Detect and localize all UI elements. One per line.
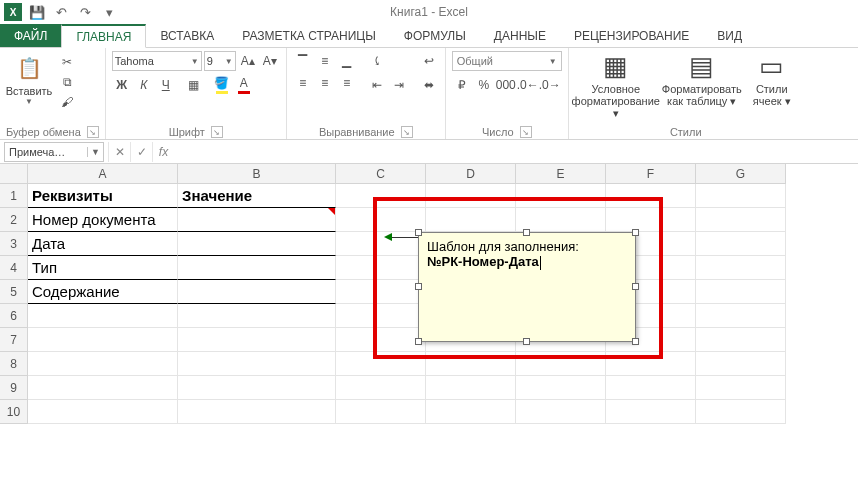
cell[interactable] <box>28 328 178 352</box>
row-header[interactable]: 3 <box>0 232 28 256</box>
underline-button[interactable]: Ч <box>156 75 176 95</box>
cell[interactable] <box>336 376 426 400</box>
comma-style-icon[interactable]: 000 <box>496 75 516 95</box>
format-painter-icon[interactable]: 🖌 <box>58 93 76 111</box>
currency-icon[interactable]: ₽ <box>452 75 472 95</box>
tab-insert[interactable]: ВСТАВКА <box>146 24 228 47</box>
cell-E1[interactable] <box>516 184 606 208</box>
cell-D1[interactable] <box>426 184 516 208</box>
cell[interactable] <box>696 376 786 400</box>
cell[interactable] <box>28 400 178 424</box>
row-header[interactable]: 5 <box>0 280 28 304</box>
cut-icon[interactable]: ✂ <box>58 53 76 71</box>
tab-file[interactable]: ФАЙЛ <box>0 24 61 47</box>
increase-indent-icon[interactable]: ⇥ <box>389 75 409 95</box>
orientation-icon[interactable]: ⤹ <box>367 51 387 71</box>
cell-G2[interactable] <box>696 208 786 232</box>
resize-handle[interactable] <box>632 338 639 345</box>
align-right-icon[interactable]: ≡ <box>337 73 357 93</box>
cell-G4[interactable] <box>696 256 786 280</box>
cell-A2[interactable]: Номер документа <box>28 208 178 232</box>
column-header[interactable]: B <box>178 164 336 184</box>
font-name-select[interactable]: Tahoma▼ <box>112 51 202 71</box>
row-header[interactable]: 1 <box>0 184 28 208</box>
enter-icon[interactable]: ✓ <box>130 142 152 162</box>
row-header[interactable]: 7 <box>0 328 28 352</box>
cell[interactable] <box>178 376 336 400</box>
cell-A3[interactable]: Дата <box>28 232 178 256</box>
column-header[interactable]: E <box>516 164 606 184</box>
cell-C3[interactable] <box>336 232 426 256</box>
cell[interactable] <box>606 376 696 400</box>
cancel-icon[interactable]: ✕ <box>108 142 130 162</box>
row-header[interactable]: 8 <box>0 352 28 376</box>
tab-view[interactable]: ВИД <box>703 24 756 47</box>
copy-icon[interactable]: ⧉ <box>58 73 76 91</box>
cell[interactable] <box>426 400 516 424</box>
decrease-decimal-icon[interactable]: .0→ <box>540 75 560 95</box>
row-header[interactable]: 10 <box>0 400 28 424</box>
borders-icon[interactable]: ▦ <box>184 75 204 95</box>
align-top-icon[interactable]: ▔ <box>293 51 313 71</box>
number-launcher-icon[interactable]: ↘ <box>520 126 532 138</box>
cell-D2[interactable] <box>426 208 516 232</box>
percent-icon[interactable]: % <box>474 75 494 95</box>
cell-A4[interactable]: Тип <box>28 256 178 280</box>
qat-more-icon[interactable]: ▾ <box>98 1 120 23</box>
resize-handle[interactable] <box>415 338 422 345</box>
row-header[interactable]: 6 <box>0 304 28 328</box>
cell-B4[interactable] <box>178 256 336 280</box>
resize-handle[interactable] <box>415 283 422 290</box>
paste-button[interactable]: 📋 Вставить ▼ <box>6 51 52 106</box>
resize-handle[interactable] <box>632 229 639 236</box>
cell-C1[interactable] <box>336 184 426 208</box>
cell[interactable] <box>696 400 786 424</box>
align-center-icon[interactable]: ≡ <box>315 73 335 93</box>
select-all-corner[interactable] <box>0 164 28 184</box>
font-launcher-icon[interactable]: ↘ <box>211 126 223 138</box>
save-icon[interactable]: 💾 <box>26 1 48 23</box>
font-color-icon[interactable]: A <box>234 75 254 95</box>
tab-formulas[interactable]: ФОРМУЛЫ <box>390 24 480 47</box>
tab-data[interactable]: ДАННЫЕ <box>480 24 560 47</box>
conditional-formatting-button[interactable]: ▦ Условное форматирование ▾ <box>575 51 657 119</box>
column-header[interactable]: D <box>426 164 516 184</box>
cell[interactable] <box>178 328 336 352</box>
comment-box[interactable]: Шаблон для заполнения: №РК-Номер-Дата <box>418 232 636 342</box>
cell[interactable] <box>178 352 336 376</box>
column-header[interactable]: C <box>336 164 426 184</box>
cell-C4[interactable] <box>336 256 426 280</box>
row-header[interactable]: 2 <box>0 208 28 232</box>
name-box[interactable]: Примеча… ▼ <box>4 142 104 162</box>
cell-C5[interactable] <box>336 280 426 304</box>
cell[interactable] <box>516 352 606 376</box>
chevron-down-icon[interactable]: ▼ <box>87 147 103 157</box>
cell[interactable] <box>28 352 178 376</box>
cell[interactable] <box>28 376 178 400</box>
cell[interactable] <box>696 304 786 328</box>
undo-icon[interactable]: ↶ <box>50 1 72 23</box>
cell[interactable] <box>696 328 786 352</box>
cell[interactable] <box>516 400 606 424</box>
cell[interactable] <box>606 400 696 424</box>
cell-A1[interactable]: Реквизиты <box>28 184 178 208</box>
font-size-select[interactable]: 9▼ <box>204 51 236 71</box>
tab-review[interactable]: РЕЦЕНЗИРОВАНИЕ <box>560 24 703 47</box>
cell-B3[interactable] <box>178 232 336 256</box>
alignment-launcher-icon[interactable]: ↘ <box>401 126 413 138</box>
align-bottom-icon[interactable]: ▁ <box>337 51 357 71</box>
resize-handle[interactable] <box>523 229 530 236</box>
cell-G3[interactable] <box>696 232 786 256</box>
cell-B2[interactable] <box>178 208 336 232</box>
format-as-table-button[interactable]: ▤ Форматировать как таблицу ▾ <box>661 51 743 107</box>
resize-handle[interactable] <box>415 229 422 236</box>
cell[interactable] <box>28 304 178 328</box>
worksheet[interactable]: A B C D E F G 1 Реквизиты Значение 2 Ном… <box>0 164 858 504</box>
row-header[interactable]: 4 <box>0 256 28 280</box>
bold-button[interactable]: Ж <box>112 75 132 95</box>
fx-icon[interactable]: fx <box>152 142 174 162</box>
increase-font-icon[interactable]: A▴ <box>238 51 258 71</box>
cell-B5[interactable] <box>178 280 336 304</box>
cell-styles-button[interactable]: ▭ Стили ячеек ▾ <box>747 51 797 107</box>
tab-page-layout[interactable]: РАЗМЕТКА СТРАНИЦЫ <box>228 24 390 47</box>
